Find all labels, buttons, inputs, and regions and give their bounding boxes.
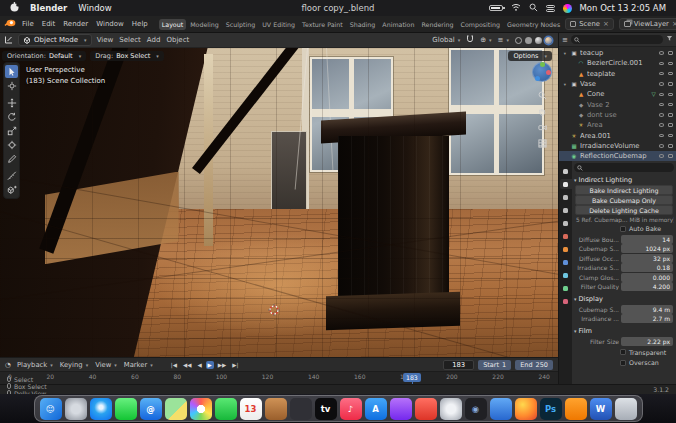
properties-tab[interactable] — [560, 231, 572, 241]
dock-app-icon[interactable] — [165, 398, 187, 420]
outliner-item[interactable]: ▾ ▣ Vase — [559, 79, 676, 89]
mode-selector[interactable]: Object Mode — [18, 34, 92, 46]
frame-end-field[interactable]: End 250 — [515, 360, 553, 370]
outliner-item[interactable]: ▦ IrradianceVolume — [559, 141, 676, 151]
drag-setting[interactable]: Drag: Box Select — [90, 51, 164, 61]
workspace-tab[interactable]: Geometry Nodes — [504, 19, 563, 30]
snap-magnet-icon[interactable] — [466, 35, 474, 46]
object-name[interactable]: IrradianceVolume — [580, 142, 648, 150]
render-visibility-icon[interactable] — [668, 72, 673, 76]
dock-app-icon[interactable] — [490, 398, 512, 420]
outliner-item[interactable]: ☀ Area.001 — [559, 130, 676, 140]
dock-app-icon[interactable] — [90, 398, 112, 420]
topbar-menu[interactable]: Window — [92, 19, 128, 29]
move-tool[interactable] — [5, 96, 18, 109]
field-value[interactable]: 9.4 m — [621, 305, 673, 314]
workspace-tab[interactable]: Layout — [159, 19, 186, 30]
rendered-shading-icon[interactable] — [545, 37, 552, 44]
outliner-item[interactable]: ◉ ReflectionCubemap — [559, 151, 676, 161]
hide-eye-icon[interactable] — [659, 134, 664, 138]
wifi-icon[interactable] — [511, 3, 521, 13]
hide-eye-icon[interactable] — [659, 82, 664, 86]
render-visibility-icon[interactable] — [668, 134, 673, 138]
topbar-menu[interactable]: File — [18, 19, 38, 29]
dock-app-icon[interactable]: ♪ — [340, 398, 362, 420]
object-name[interactable]: teacup — [580, 49, 648, 57]
auto-bake-checkbox[interactable] — [620, 226, 626, 232]
battery-icon[interactable] — [489, 5, 503, 11]
axis-x-dot[interactable] — [546, 70, 551, 75]
scene-unlink-icon[interactable]: × — [603, 20, 609, 28]
topbar-menu[interactable]: Help — [128, 19, 152, 29]
workspace-tab[interactable]: UV Editing — [259, 19, 298, 30]
scale-tool[interactable] — [5, 124, 18, 137]
viewlayer-unlink-icon[interactable]: × — [672, 20, 676, 28]
properties-tab[interactable] — [560, 179, 572, 189]
dock-app-icon[interactable]: W — [590, 398, 612, 420]
gizmo-toggle-icon[interactable]: ≡ — [498, 36, 509, 44]
transport-button[interactable]: ▶| — [230, 361, 240, 369]
dock-app-icon[interactable]: 13 — [240, 398, 262, 420]
topbar-menu[interactable]: Render — [59, 19, 92, 29]
timeline-menu[interactable]: Playback — [17, 361, 53, 369]
hide-eye-icon[interactable] — [659, 51, 664, 55]
object-name[interactable]: Cone — [587, 90, 648, 98]
dock-app-icon[interactable]: @ — [140, 398, 162, 420]
properties-tab[interactable] — [560, 166, 572, 176]
field-value[interactable]: 2.22 px — [621, 337, 673, 346]
bake-action-button[interactable]: Delete Lighting Cache — [575, 205, 673, 215]
rotate-tool[interactable] — [5, 110, 18, 123]
properties-tab[interactable] — [560, 244, 572, 254]
timeline-menu[interactable]: View — [95, 361, 117, 369]
field-value[interactable]: 0.18 — [621, 263, 673, 272]
field-value[interactable]: 1024 px — [621, 244, 673, 253]
dock-app-icon[interactable] — [65, 398, 87, 420]
workspace-tab[interactable]: Compositing — [458, 19, 503, 30]
hide-eye-icon[interactable] — [659, 72, 664, 76]
add-cube-tool[interactable] — [5, 183, 18, 196]
viewlayer-selector[interactable]: ViewLayer × — [619, 18, 676, 30]
render-visibility-icon[interactable] — [668, 103, 673, 107]
properties-tab[interactable] — [560, 192, 572, 202]
viewport-menu[interactable]: Object — [166, 36, 189, 44]
dock-app-icon[interactable] — [615, 398, 637, 420]
viewport-menu[interactable]: View — [97, 36, 114, 44]
dock-app-icon[interactable]: ◉ — [465, 398, 487, 420]
transport-button[interactable]: ▶▶ — [216, 361, 228, 369]
editor-type-icon[interactable] — [4, 35, 13, 46]
field-value[interactable]: 4.200 — [621, 282, 673, 291]
material-preview-icon[interactable] — [535, 37, 542, 44]
viewport-3d[interactable]: Orientation: Default Drag: Box Select Op… — [0, 48, 558, 357]
overscan-checkbox[interactable] — [620, 360, 626, 366]
properties-tab[interactable] — [560, 296, 572, 306]
object-name[interactable]: Area.001 — [580, 132, 648, 140]
object-name[interactable]: Vase — [580, 80, 648, 88]
dock-app-icon[interactable] — [190, 398, 212, 420]
menubar-app-name[interactable]: Blender — [30, 3, 67, 13]
workspace-tab[interactable]: Shading — [347, 19, 379, 30]
dock-app-icon[interactable] — [440, 398, 462, 420]
outliner-item[interactable]: ◆ dont use — [559, 110, 676, 120]
transport-button[interactable]: ◀◀ — [181, 361, 193, 369]
dock-app-icon[interactable] — [565, 398, 587, 420]
navigation-gizmo[interactable] — [532, 62, 552, 82]
dock-app-icon[interactable] — [290, 398, 312, 420]
render-visibility-icon[interactable] — [668, 82, 673, 86]
render-visibility-icon[interactable] — [668, 62, 673, 66]
field-value[interactable]: 14 — [621, 235, 673, 244]
apple-logo-icon[interactable] — [10, 2, 19, 14]
frame-start-field[interactable]: Start 1 — [478, 360, 511, 370]
auto-bake-row[interactable]: Auto Bake — [574, 224, 674, 233]
timeline-ruler[interactable]: 020406080100120140160180200220240 183 — [0, 371, 558, 384]
outliner-item[interactable]: ▲ teaplate — [559, 69, 676, 79]
outliner-editor-icon[interactable]: ≡ — [562, 36, 568, 44]
field-value[interactable]: 2.7 m — [621, 314, 673, 323]
transport-button[interactable]: |◀ — [169, 361, 179, 369]
hide-eye-icon[interactable] — [659, 144, 664, 148]
transform-tool[interactable] — [5, 138, 18, 151]
outliner-search-input[interactable] — [571, 35, 663, 44]
axis-z-dot[interactable] — [535, 76, 540, 81]
zoom-icon[interactable] — [538, 91, 547, 102]
dock-app-icon[interactable]: tv — [315, 398, 337, 420]
orientation-setting[interactable]: Orientation: Default — [2, 51, 86, 61]
